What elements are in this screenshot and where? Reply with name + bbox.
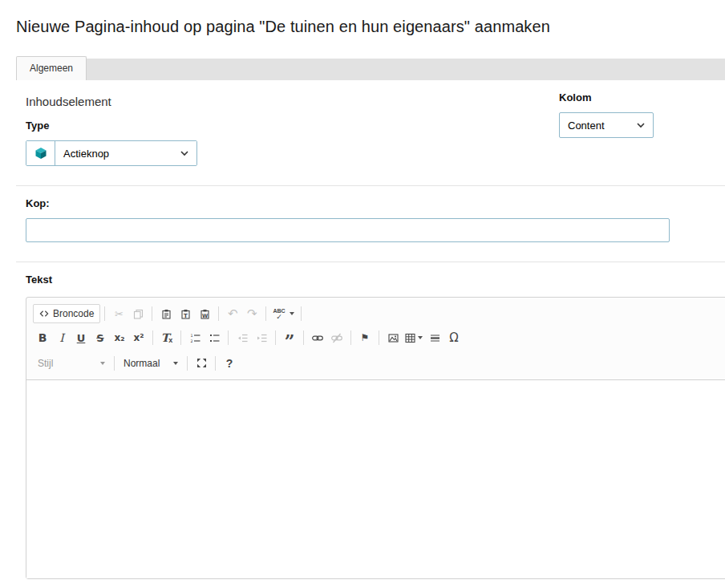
editor-toolbar: Broncode ✂ T <box>26 298 725 380</box>
toolbar-separator <box>303 330 304 345</box>
strikethrough-icon: S <box>96 332 103 344</box>
anchor-flag-icon: ⚑ <box>361 332 370 343</box>
style-combo-label: Stijl <box>38 358 53 369</box>
horizontal-rule-icon <box>430 333 440 343</box>
page: Nieuwe Pagina-inhoud op pagina "De tuine… <box>0 18 725 588</box>
table-icon <box>405 333 415 343</box>
toolbar-separator <box>180 330 181 345</box>
underline-button[interactable]: U <box>71 328 91 347</box>
source-code-icon <box>39 309 49 318</box>
toolbar-separator <box>187 356 188 371</box>
style-combo[interactable]: Stijl <box>33 354 110 373</box>
paste-icon <box>161 309 172 319</box>
kolom-field: Kolom Content <box>559 91 654 138</box>
svg-text:1: 1 <box>190 333 192 337</box>
toolbar-separator <box>275 330 276 345</box>
toolbar-separator <box>228 330 229 345</box>
copy-icon <box>133 309 144 319</box>
dropdown-caret-icon <box>100 362 105 365</box>
toolbar-row-2: B I U S x₂ x² Tx 12 <box>33 326 724 350</box>
toolbar-row-3: Stijl Normaal <box>33 350 724 376</box>
toolbar-separator <box>215 356 216 371</box>
insert-table-button[interactable] <box>403 328 425 347</box>
svg-text:W: W <box>202 312 208 318</box>
numbered-list-button[interactable]: 12 <box>185 328 205 347</box>
subscript-button[interactable]: x₂ <box>110 328 129 347</box>
chevron-down-icon <box>180 151 188 156</box>
toolbar-separator <box>379 330 379 345</box>
tab-bar: Algemeen <box>16 56 725 80</box>
decrease-indent-button[interactable] <box>233 328 252 347</box>
dropdown-caret-icon <box>173 362 178 365</box>
toolbar-separator <box>152 306 152 321</box>
maximize-button[interactable] <box>192 354 211 373</box>
source-code-label: Broncode <box>53 308 94 319</box>
special-character-button[interactable]: Ω <box>444 328 464 347</box>
remove-format-button[interactable]: Tx <box>157 328 176 347</box>
toolbar-separator <box>104 306 105 321</box>
kolom-select[interactable]: Content <box>559 112 654 138</box>
tab-bar-filler <box>87 59 725 80</box>
italic-button[interactable]: I <box>52 328 71 347</box>
paste-from-word-button[interactable]: W <box>195 304 214 323</box>
page-title: Nieuwe Pagina-inhoud op pagina "De tuine… <box>16 18 709 36</box>
italic-icon: I <box>59 331 64 344</box>
chevron-down-icon <box>637 123 645 128</box>
redo-button[interactable]: ↷ <box>242 304 261 323</box>
undo-button[interactable]: ↶ <box>223 304 242 323</box>
blockquote-button[interactable]: ” <box>280 328 299 347</box>
toolbar-row-1: Broncode ✂ T <box>33 302 724 326</box>
copy-button[interactable] <box>128 304 148 323</box>
dropdown-caret-icon <box>290 312 294 315</box>
cut-button[interactable]: ✂ <box>109 304 128 323</box>
form-content: Inhoudselement Type Actieknop Kolo <box>16 80 725 579</box>
strikethrough-button[interactable]: S <box>91 328 110 347</box>
image-icon <box>388 333 399 343</box>
dropdown-caret-icon <box>418 336 423 339</box>
cut-icon: ✂ <box>115 308 124 320</box>
format-combo[interactable]: Normaal <box>119 354 183 373</box>
tab-algemeen[interactable]: Algemeen <box>16 56 87 80</box>
paste-button[interactable] <box>156 304 176 323</box>
toolbar-separator <box>350 330 351 345</box>
question-mark-icon: ? <box>226 357 233 370</box>
paste-as-text-icon: T <box>180 309 191 319</box>
tab-algemeen-label: Algemeen <box>30 63 73 74</box>
spellcheck-icon: ABC ✓ <box>273 309 285 319</box>
superscript-button[interactable]: x² <box>129 328 148 347</box>
link-button[interactable] <box>308 328 327 347</box>
bullet-list-button[interactable] <box>205 328 224 347</box>
paste-as-text-button[interactable]: T <box>176 304 195 323</box>
type-select-group: Actieknop <box>26 140 197 166</box>
link-icon <box>312 333 323 343</box>
maximize-icon <box>196 358 207 368</box>
type-select[interactable]: Actieknop <box>55 141 196 165</box>
toolbar-separator <box>114 356 115 371</box>
unlink-button[interactable] <box>327 328 346 347</box>
insert-image-button[interactable] <box>383 328 403 347</box>
toolbar-separator <box>301 306 302 321</box>
source-code-button[interactable]: Broncode <box>33 304 100 323</box>
bold-button[interactable]: B <box>33 328 52 347</box>
richtext-editor: Broncode ✂ T <box>26 297 725 579</box>
section-tekst: Tekst Broncode ✂ <box>16 262 725 579</box>
superscript-icon: x² <box>134 332 144 343</box>
horizontal-rule-button[interactable] <box>425 328 444 347</box>
section-kop: Kop: <box>16 186 725 262</box>
editor-text-area[interactable] <box>26 380 725 578</box>
increase-indent-button[interactable] <box>252 328 271 347</box>
undo-icon: ↶ <box>228 306 238 321</box>
paste-from-word-icon: W <box>200 309 210 319</box>
type-select-value: Actieknop <box>63 148 109 160</box>
tekst-label: Tekst <box>26 274 715 286</box>
subscript-icon: x₂ <box>115 332 125 343</box>
format-combo-label: Normaal <box>124 358 160 369</box>
content-element-icon <box>26 141 55 165</box>
kop-input[interactable] <box>26 218 670 242</box>
spellcheck-button[interactable]: ABC ✓ <box>270 304 296 323</box>
about-button[interactable]: ? <box>220 354 239 373</box>
bullet-list-icon <box>209 333 220 343</box>
unlink-icon <box>331 333 342 343</box>
numbered-list-icon: 12 <box>190 333 200 343</box>
anchor-button[interactable]: ⚑ <box>355 328 375 347</box>
